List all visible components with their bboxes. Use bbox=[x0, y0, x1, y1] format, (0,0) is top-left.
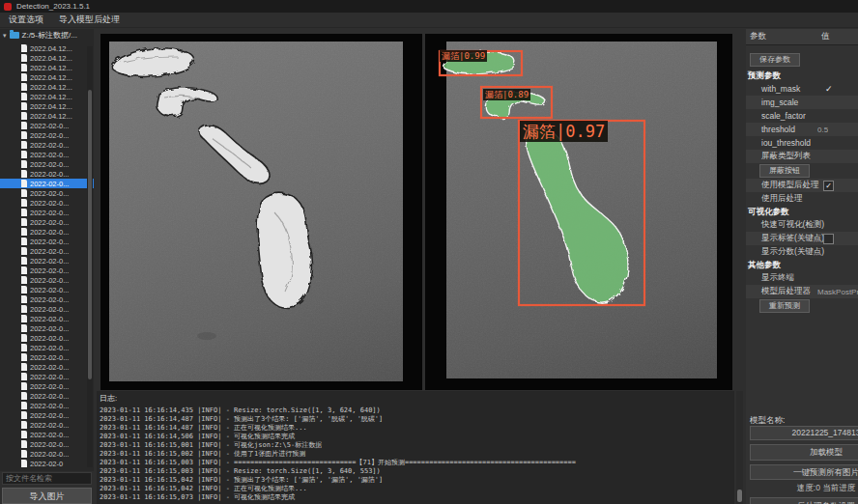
menu-item-import-postprocess[interactable]: 导入模型后处理 bbox=[59, 14, 120, 26]
tree-item[interactable]: 2022-02-0... bbox=[0, 140, 94, 150]
param-row[interactable]: img_scale bbox=[746, 96, 858, 109]
file-icon bbox=[21, 112, 27, 120]
tree-item[interactable]: 2022.04.12... bbox=[0, 92, 94, 101]
file-icon bbox=[21, 421, 27, 429]
tree-root-node[interactable]: ▾ Z:/5-标注数据/... bbox=[0, 29, 94, 42]
tree-item[interactable]: 2022-02-0... bbox=[0, 285, 94, 294]
file-icon bbox=[21, 402, 27, 409]
tree-item[interactable]: 2022-02-0... bbox=[0, 198, 94, 208]
log-line: 2023-01-11 16:16:15,003 |INFO| - Resize:… bbox=[100, 467, 734, 476]
param-button-row: 屏蔽按钮 bbox=[746, 163, 858, 179]
param-group-title: 可视化参数 bbox=[746, 206, 858, 218]
tree-item[interactable]: 2022-02-0... bbox=[0, 449, 94, 459]
tree-item[interactable]: 2022-02-0... bbox=[0, 227, 94, 237]
file-icon bbox=[21, 189, 27, 197]
tree-item[interactable]: 2022-02-0... bbox=[0, 275, 94, 285]
checkmark-icon[interactable]: ✓ bbox=[825, 84, 833, 94]
param-label: 显示终端 bbox=[761, 272, 794, 284]
tree-item[interactable]: 2022-02-0... bbox=[0, 430, 94, 439]
param-row[interactable]: 快速可视化(检测) bbox=[746, 218, 858, 232]
tree-item[interactable]: 2022-02-0... bbox=[0, 256, 94, 266]
param-label: 使用模型后处理 bbox=[761, 180, 819, 191]
param-row[interactable]: threshold0.5 bbox=[746, 123, 858, 136]
checkbox-checked[interactable]: ✓ bbox=[823, 181, 834, 191]
tree-item[interactable]: 2022.04.12... bbox=[0, 72, 94, 82]
log-line: 2023-01-11 16:16:15,003 |INFO| - =======… bbox=[100, 459, 734, 467]
tree-item[interactable]: 2022-02-0... bbox=[0, 169, 94, 179]
tree-item[interactable]: 2022-02-0... bbox=[0, 343, 94, 352]
tree-item[interactable]: 2022.04.12... bbox=[0, 101, 94, 111]
postprocess-params-button[interactable]: 后处理参数设置 bbox=[750, 497, 858, 504]
param-row[interactable]: 使用模型后处理✓ bbox=[746, 179, 858, 192]
log-line: 2023-01-11 16:16:14,487 |INFO| - 预测出了3个结… bbox=[100, 415, 734, 424]
predict-all-button[interactable]: 一键预测所有图片 bbox=[750, 464, 858, 480]
tree-item[interactable]: 2022-02-0... bbox=[0, 381, 94, 391]
save-params-button[interactable]: 保存参数 bbox=[750, 53, 800, 67]
tree-item[interactable]: 2022-02-0... bbox=[0, 410, 94, 420]
chevron-down-icon[interactable]: ▾ bbox=[3, 32, 7, 40]
tree-item-label: 2022-02-0... bbox=[30, 411, 69, 420]
tree-item[interactable]: 2022-02-0... bbox=[0, 372, 94, 381]
tree-item[interactable]: 2022.04.12... bbox=[0, 53, 94, 63]
param-row[interactable]: 显示分数(关键点) bbox=[746, 245, 858, 259]
param-row[interactable]: scale_factor bbox=[746, 109, 858, 123]
param-row[interactable]: 显示终端 bbox=[746, 271, 858, 285]
tree-item[interactable]: 2022-02-0... bbox=[0, 314, 94, 323]
param-row[interactable]: 模型后处理器MaskPostPro bbox=[746, 285, 858, 298]
param-label: 模型后处理器 bbox=[761, 286, 811, 297]
param-action-button[interactable]: 重新预测 bbox=[759, 299, 810, 313]
tree-item[interactable]: 2022.04.12... bbox=[0, 43, 94, 53]
tree-item[interactable]: 2022-02-0 bbox=[0, 459, 94, 468]
file-icon bbox=[21, 450, 27, 458]
tree-item[interactable]: 2022-02-0... bbox=[0, 266, 94, 275]
param-label: 快速可视化(检测) bbox=[761, 219, 824, 231]
tree-item[interactable]: 2022-02-0... bbox=[0, 179, 94, 188]
tree-item[interactable]: 2022-02-0... bbox=[0, 217, 94, 227]
checkbox-empty[interactable] bbox=[823, 234, 834, 244]
log-scrollbar[interactable] bbox=[736, 391, 743, 504]
menu-item-settings[interactable]: 设置选项 bbox=[9, 14, 43, 26]
tree-item[interactable]: 2022-02-0... bbox=[0, 188, 94, 198]
tree-scrollbar-thumb[interactable] bbox=[88, 90, 92, 379]
param-action-button[interactable]: 屏蔽按钮 bbox=[759, 164, 810, 178]
file-icon bbox=[21, 247, 27, 255]
tree-item[interactable]: 2022-02-0... bbox=[0, 294, 94, 304]
tree-item[interactable]: 2022-02-0... bbox=[0, 391, 94, 401]
tree-item[interactable]: 2022-02-0... bbox=[0, 420, 94, 430]
load-model-button[interactable]: 加载模型 bbox=[750, 444, 858, 461]
tree-item[interactable]: 2022-02-0... bbox=[0, 333, 94, 343]
param-row[interactable]: 使用后处理 bbox=[746, 192, 858, 206]
window-title: Detection_2023.1.5.1 bbox=[16, 2, 90, 11]
tree-item[interactable]: 2022.04.12... bbox=[0, 63, 94, 72]
tree-item[interactable]: 2022.04.12... bbox=[0, 111, 94, 121]
tree-item[interactable]: 2022-02-0... bbox=[0, 323, 94, 333]
tree-item[interactable]: 2022-02-0... bbox=[0, 208, 94, 217]
tree-item[interactable]: 2022-02-0... bbox=[0, 362, 94, 372]
param-row[interactable]: 显示标签(关键点) bbox=[746, 232, 858, 245]
tree-item[interactable]: 2022-02-0... bbox=[0, 159, 94, 169]
tree-item[interactable]: 2022-02-0... bbox=[0, 237, 94, 246]
tree-item-label: 2022-02-0... bbox=[30, 276, 69, 285]
param-row[interactable]: 屏蔽类型列表 bbox=[746, 150, 858, 163]
tree-item[interactable]: 2022-02-0... bbox=[0, 130, 94, 140]
search-input[interactable] bbox=[2, 472, 92, 485]
tree-item[interactable]: 2022-02-0... bbox=[0, 150, 94, 159]
tree-item[interactable]: 2022-02-0... bbox=[0, 352, 94, 362]
detection-label: 漏箔|0.89 bbox=[483, 89, 530, 100]
tree-scrollbar[interactable] bbox=[87, 46, 93, 467]
import-image-button[interactable]: 导入图片 bbox=[2, 488, 92, 504]
tree-item[interactable]: 2022-02-0... bbox=[0, 246, 94, 256]
log-scrollbar-thumb[interactable] bbox=[737, 490, 742, 502]
param-row[interactable]: iou_threshold bbox=[746, 136, 858, 150]
tree-item[interactable]: 2022-02-0... bbox=[0, 304, 94, 314]
tree-item[interactable]: 2022-02-0... bbox=[0, 439, 94, 449]
tree-item-label: 2022-02-0... bbox=[30, 141, 69, 150]
tree-item[interactable]: 2022.04.12... bbox=[0, 82, 94, 92]
file-icon bbox=[21, 64, 27, 71]
tree-item[interactable]: 2022-02-0... bbox=[0, 401, 94, 410]
tree-item[interactable]: 2022-02-0... bbox=[0, 121, 94, 130]
file-icon bbox=[21, 122, 27, 129]
save-params-row: 保存参数 bbox=[746, 45, 858, 70]
model-name-field[interactable]: 20221225_174813 bbox=[750, 426, 858, 440]
param-row[interactable]: with_mask✓ bbox=[746, 82, 858, 96]
